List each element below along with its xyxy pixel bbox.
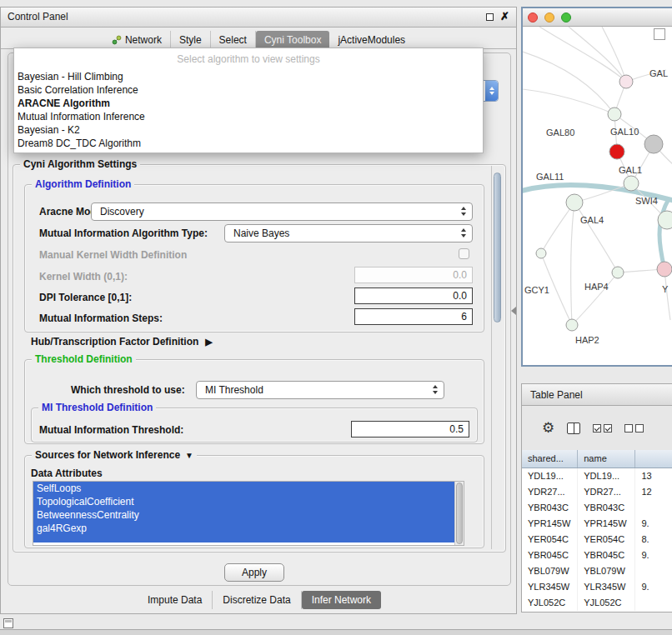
table-row[interactable]: YJL052CYJL052C [522,595,672,611]
tab-style[interactable]: Style [171,31,211,48]
network-node[interactable] [612,267,624,278]
hub-definition-expander[interactable]: Hub/Transcription Factor Definition▶ [31,336,213,348]
network-edge[interactable] [569,27,626,82]
restore-panel-icon[interactable] [3,618,13,628]
network-edge[interactable] [572,272,618,325]
collapse-down-icon: ▼ [185,451,193,460]
network-window-titlebar[interactable] [523,8,672,27]
float-window-icon[interactable] [486,13,494,21]
sources-group-title[interactable]: Sources for Network Inference▼ [32,449,197,461]
network-edge[interactable] [523,52,614,114]
table-cell [635,500,672,516]
mi-threshold-label: Mutual Information Threshold: [39,424,183,436]
which-threshold-select[interactable]: MI Threshold [196,381,444,399]
tab-discretize-data[interactable]: Discretize Data [213,591,301,609]
list-scrollbar-thumb[interactable] [456,482,463,544]
splitter-collapse-icon[interactable] [511,307,516,315]
network-node[interactable] [624,176,639,191]
list-item-betweennesscentrality[interactable]: BetweennessCentrality [33,508,454,522]
table-row[interactable]: YBR043CYBR043C [522,500,672,516]
algorithm-option-aracne-algorithm[interactable]: ARACNE Algorithm [14,97,483,110]
deselect-all-icon[interactable] [624,424,644,432]
aracne-mode-select[interactable]: Discovery [91,202,473,221]
dpi-tolerance-input[interactable]: 0.0 [354,288,473,304]
list-item-gal4rgexp[interactable]: gal4RGexp [33,522,454,535]
mi-threshold-group-title: MI Threshold Definition [38,402,156,413]
bottom-window-edge [0,629,672,635]
table-cell: YBR043C [578,500,635,516]
select-all-icon[interactable] [593,424,612,432]
table-cell: YLR345W [578,579,635,595]
table-toolbar: ⚙ [522,406,672,450]
network-node[interactable] [657,262,672,277]
tab-select[interactable]: Select [211,31,256,48]
table-row[interactable]: YPR145WYPR145W9. [522,516,672,532]
combo-arrows-icon [461,228,466,238]
table-row[interactable]: YLR345WYLR345W9. [522,579,672,595]
algorithm-option-mutual-information-inference[interactable]: Mutual Information Inference [14,110,483,123]
node-label: GAL80 [546,128,574,138]
apply-button[interactable]: Apply [224,563,284,582]
mi-steps-input[interactable]: 6 [354,308,473,325]
table-row[interactable]: YDL19...YDL19...13 [522,468,672,484]
network-node[interactable] [658,211,672,229]
network-node[interactable] [619,75,633,88]
network-edge[interactable] [602,27,626,82]
list-item-clipped[interactable] [33,535,454,542]
column-selector-icon[interactable] [567,422,580,434]
control-panel-titlebar[interactable]: Control Panel ✗ [1,8,516,28]
network-node[interactable] [566,194,583,211]
network-node[interactable] [644,135,663,153]
network-edge[interactable] [523,89,614,114]
network-edge[interactable] [570,202,574,325]
node-label: HAP2 [575,335,599,345]
network-edge[interactable] [541,202,574,253]
minimize-window-icon[interactable] [544,12,554,22]
algorithm-option-bayesian-hill-climbing[interactable]: Bayesian - Hill Climbing [14,70,483,83]
network-node[interactable] [608,108,621,121]
table-cell: YBR043C [522,500,578,516]
manual-kernel-label: Manual Kernel Width Definition [39,249,187,261]
network-node[interactable] [536,248,546,258]
close-window-icon[interactable] [528,12,538,22]
column-header-2[interactable] [635,450,672,468]
network-edge[interactable] [539,27,626,82]
network-edge[interactable] [659,198,669,269]
zoom-window-icon[interactable] [561,12,571,22]
network-icon [112,35,122,45]
manual-kernel-checkbox[interactable] [459,248,469,259]
table-cell: YJL052C [522,595,578,611]
table-row[interactable]: YER054CYER054C8. [522,532,672,548]
list-scrollbar[interactable] [454,482,464,545]
birdseye-icon[interactable] [654,28,665,40]
tab-infer-network[interactable]: Infer Network [302,591,381,609]
tab-jactivemodules[interactable]: jActiveModules [329,31,414,48]
algorithm-option-bayesian-k2[interactable]: Bayesian - K2 [14,123,483,137]
algorithm-option-basic-correlation-inference[interactable]: Basic Correlation Inference [14,83,483,97]
network-canvas[interactable]: GALGAL80GAL10GAL11GAL1SWI4GAL4GCY1HAP4YH… [523,27,672,365]
network-node[interactable] [566,319,578,331]
network-node[interactable] [609,144,624,159]
table-row[interactable]: YBL079WYBL079W [522,563,672,579]
tab-network[interactable]: Network [103,31,171,48]
table-panel-titlebar[interactable]: Table Panel [521,383,672,406]
scrollbar-thumb[interactable] [494,172,501,322]
tab-impute-data[interactable]: Impute Data [138,591,213,609]
list-item-topologicalcoefficient[interactable]: TopologicalCoefficient [33,495,454,508]
mi-type-select[interactable]: Naive Bayes [224,224,473,242]
table-row[interactable]: YDR27...YDR27...12 [522,484,672,500]
table-row[interactable]: YBR045CYBR045C9. [522,548,672,563]
kernel-width-input[interactable]: 0.0 [354,267,473,283]
node-table[interactable]: shared...name YDL19...YDL19...13YDR27...… [522,450,672,612]
settings-scrollbar[interactable] [491,166,502,549]
column-header-name[interactable]: name [578,450,635,468]
network-edge[interactable] [574,202,618,272]
tab-cyni-toolbox[interactable]: Cyni Toolbox [256,31,329,48]
settings-gear-icon[interactable]: ⚙ [542,421,554,435]
column-header-shared-[interactable]: shared... [522,450,578,468]
algorithm-option-dream8-dc-tdc-algorithm[interactable]: Dream8 DC_TDC Algorithm [14,137,483,150]
mi-threshold-value: 0.5 [449,423,464,435]
close-panel-icon[interactable]: ✗ [500,10,509,22]
mi-threshold-input[interactable]: 0.5 [351,421,469,438]
list-item-selfloops[interactable]: SelfLoops [33,482,454,495]
